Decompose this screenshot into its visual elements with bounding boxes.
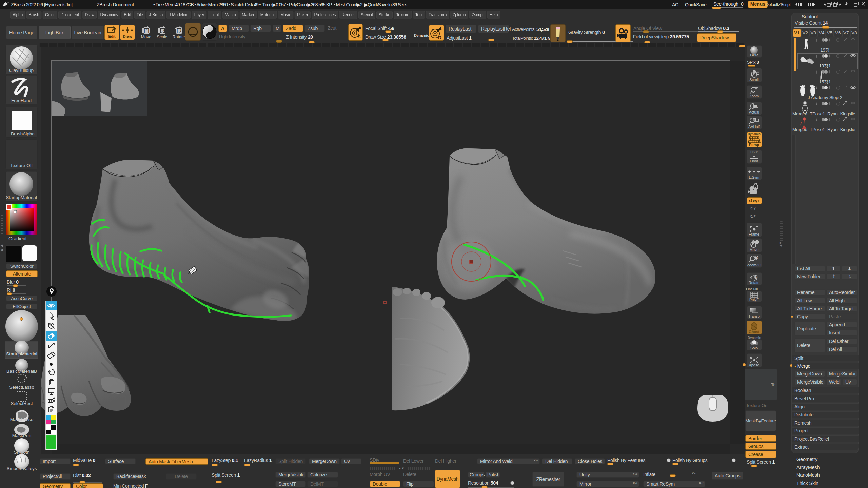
svg-text:Ghost: Ghost: [749, 330, 760, 334]
svg-text:⤓: ⤓: [816, 86, 817, 90]
svg-text:⤓: ⤓: [816, 118, 817, 122]
svg-text:⤓: ⤓: [816, 102, 817, 106]
svg-text:PolyF: PolyF: [749, 298, 759, 302]
svg-text:FreeHand: FreeHand: [11, 98, 32, 103]
svg-text:ClayBuildup: ClayBuildup: [9, 68, 34, 73]
svg-text:Dynamic: Dynamic: [748, 132, 761, 136]
svg-text:⤓: ⤓: [816, 54, 817, 58]
svg-text:Scale: Scale: [157, 35, 167, 39]
svg-text:S: S: [161, 28, 164, 33]
svg-text:m: m: [756, 241, 758, 243]
svg-text:BasicMaterialB: BasicMaterialB: [6, 369, 37, 374]
svg-text:c: c: [755, 276, 756, 278]
svg-text:☐ Y Z: ☐ Y Z: [750, 151, 758, 154]
svg-text:Zoom3D: Zoom3D: [747, 263, 761, 267]
svg-text:D: D: [438, 35, 441, 40]
svg-text:S: S: [358, 34, 361, 39]
svg-text:x1: x1: [754, 104, 757, 107]
svg-text:MaskLasso: MaskLasso: [10, 417, 33, 422]
svg-text:Transp: Transp: [748, 314, 760, 318]
svg-text:Gradient: Gradient: [8, 236, 27, 241]
svg-text:BPR: BPR: [750, 53, 758, 57]
svg-text:AAHalf: AAHalf: [748, 125, 760, 129]
svg-text:⤓: ⤓: [816, 70, 817, 74]
svg-text:StartupMaterial: StartupMaterial: [6, 351, 37, 357]
svg-text:Floor: Floor: [750, 159, 758, 163]
svg-text:M: M: [145, 28, 148, 33]
svg-text:Solo: Solo: [750, 346, 758, 350]
svg-text:Move: Move: [141, 35, 152, 39]
svg-text:Scroll: Scroll: [749, 78, 759, 82]
svg-text:Rotate: Rotate: [749, 281, 760, 285]
svg-text:~BrushAlpha: ~BrushAlpha: [8, 131, 35, 136]
svg-text:c: c: [755, 186, 756, 189]
svg-text:⤓: ⤓: [816, 38, 817, 42]
svg-text:L.Sym: L.Sym: [749, 175, 759, 179]
svg-text:StartupMaterial: StartupMaterial: [6, 195, 37, 200]
svg-text:MaskPen: MaskPen: [12, 433, 31, 438]
svg-text:Actual: Actual: [749, 110, 760, 114]
svg-text:R: R: [178, 28, 181, 33]
svg-text:Zoom: Zoom: [749, 94, 759, 98]
svg-text:Move: Move: [750, 248, 759, 252]
svg-text:Draw: Draw: [123, 34, 132, 38]
svg-text:Edit: Edit: [108, 34, 116, 38]
svg-text:Rotate: Rotate: [173, 35, 185, 39]
svg-text:SelectLasso: SelectLasso: [9, 385, 34, 390]
svg-text:SelectRect: SelectRect: [11, 401, 33, 406]
svg-text:Smooth: Smooth: [14, 450, 30, 455]
svg-text:m: m: [755, 257, 757, 259]
svg-text:SmoothValleys: SmoothValleys: [6, 466, 37, 471]
svg-text:Frame: Frame: [749, 232, 760, 236]
svg-text:Persp: Persp: [749, 143, 760, 147]
svg-text:Texture Off: Texture Off: [10, 163, 33, 168]
svg-text:Xpose: Xpose: [749, 363, 759, 367]
